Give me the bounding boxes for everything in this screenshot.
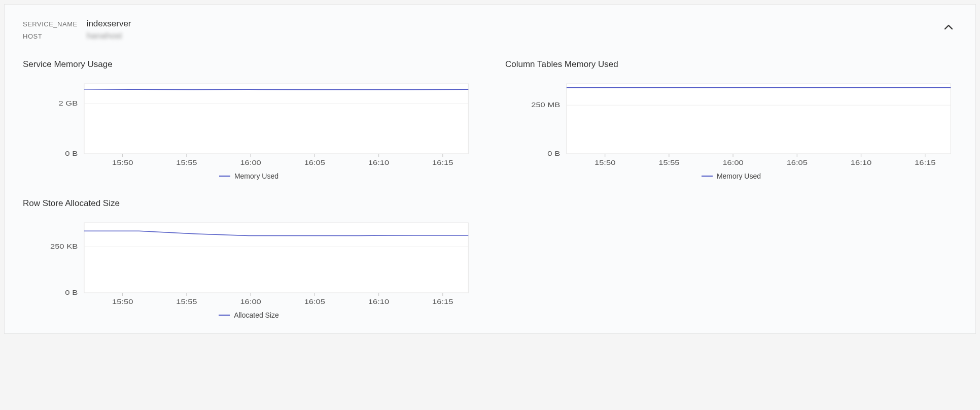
chart-legend: Memory Used: [505, 172, 957, 180]
legend-label: Memory Used: [717, 172, 761, 180]
service-name-value: indexserver: [87, 19, 131, 29]
meta-block: SERVICE_NAME indexserver HOST hanahost: [23, 19, 131, 41]
chart-legend: Memory Used: [23, 172, 475, 180]
svg-text:15:50: 15:50: [112, 298, 133, 305]
chart-title: Row Store Allocated Size: [23, 198, 475, 209]
chart-plot[interactable]: 0 B250 MB15:5015:5516:0016:0516:1016:15: [505, 79, 957, 170]
legend-label: Memory Used: [234, 172, 278, 180]
chevron-up-icon: [943, 22, 954, 33]
chart-plot[interactable]: 0 B2 GB15:5015:5516:0016:0516:1016:15: [23, 79, 475, 170]
svg-text:16:15: 16:15: [432, 298, 453, 305]
svg-text:16:05: 16:05: [304, 159, 325, 166]
svg-text:250 KB: 250 KB: [50, 243, 78, 250]
svg-rect-0: [84, 84, 468, 154]
chart-legend: Allocated Size: [23, 311, 475, 319]
svg-text:0 B: 0 B: [65, 150, 78, 157]
svg-text:16:05: 16:05: [304, 298, 325, 305]
svg-text:0 B: 0 B: [547, 150, 560, 157]
svg-text:2 GB: 2 GB: [59, 100, 78, 107]
svg-rect-34: [84, 223, 468, 293]
svg-text:16:05: 16:05: [787, 159, 808, 166]
service-name-label: SERVICE_NAME: [23, 20, 78, 28]
svg-text:250 MB: 250 MB: [531, 101, 560, 109]
legend-label: Allocated Size: [234, 311, 279, 319]
svg-text:15:55: 15:55: [176, 298, 197, 305]
legend-swatch: [219, 176, 230, 177]
svg-text:16:15: 16:15: [432, 159, 453, 166]
svg-rect-17: [567, 84, 951, 154]
svg-text:15:55: 15:55: [176, 159, 197, 166]
svg-text:15:50: 15:50: [594, 159, 615, 166]
host-value: hanahost: [87, 31, 131, 41]
legend-swatch: [219, 315, 230, 316]
svg-text:16:00: 16:00: [240, 159, 261, 166]
host-label: HOST: [23, 32, 78, 40]
chart-plot[interactable]: 0 B250 KB15:5015:5516:0016:0516:1016:15: [23, 218, 475, 309]
legend-swatch: [702, 176, 713, 177]
svg-text:16:10: 16:10: [851, 159, 871, 166]
chart-title: Service Memory Usage: [23, 59, 475, 70]
chart-card-column-tables-memory-used: Column Tables Memory Used0 B250 MB15:501…: [505, 59, 957, 180]
chart-title: Column Tables Memory Used: [505, 59, 957, 70]
svg-text:16:10: 16:10: [368, 298, 389, 305]
chart-card-service-memory-usage: Service Memory Usage0 B2 GB15:5015:5516:…: [23, 59, 475, 180]
charts-grid: Service Memory Usage0 B2 GB15:5015:5516:…: [23, 59, 957, 319]
chart-card-row-store-allocated-size: Row Store Allocated Size0 B250 KB15:5015…: [23, 198, 475, 319]
collapse-button[interactable]: [940, 19, 957, 38]
svg-text:16:00: 16:00: [722, 159, 743, 166]
svg-text:15:50: 15:50: [112, 159, 133, 166]
panel-header: SERVICE_NAME indexserver HOST hanahost: [23, 19, 957, 41]
svg-text:16:10: 16:10: [368, 159, 389, 166]
service-panel: SERVICE_NAME indexserver HOST hanahost S…: [4, 4, 976, 334]
svg-text:15:55: 15:55: [658, 159, 679, 166]
svg-text:16:15: 16:15: [915, 159, 935, 166]
svg-text:16:00: 16:00: [240, 298, 261, 305]
svg-text:0 B: 0 B: [65, 289, 78, 296]
